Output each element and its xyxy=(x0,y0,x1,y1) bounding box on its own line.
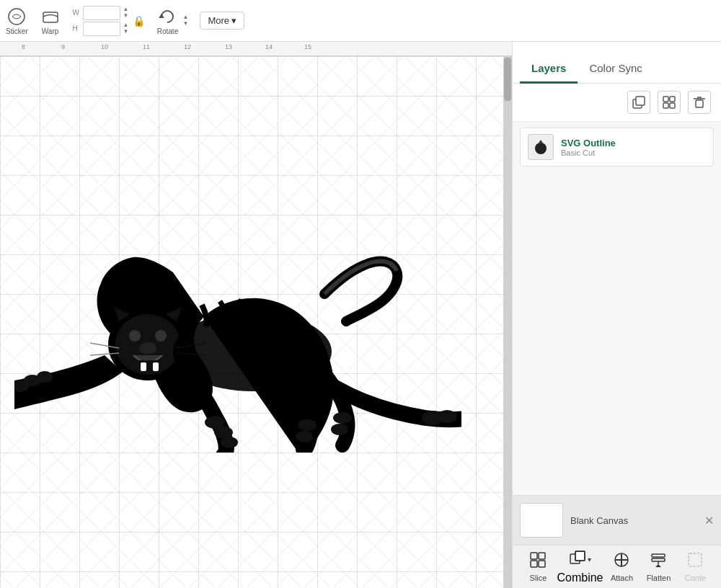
more-button[interactable]: More ▾ xyxy=(200,12,244,30)
warp-icon xyxy=(40,6,61,27)
ruler-tick-14: 14 xyxy=(265,42,273,50)
vertical-scrollbar[interactable] xyxy=(503,56,512,588)
height-down[interactable]: ▼ xyxy=(123,29,129,35)
ruler-tick-9: 9 xyxy=(61,42,65,50)
warp-tool[interactable]: Warp xyxy=(40,6,61,35)
duplicate-layer-button[interactable] xyxy=(627,91,650,114)
svg-marker-2 xyxy=(159,14,164,18)
delete-layer-button[interactable] xyxy=(688,91,711,114)
slice-icon xyxy=(529,551,547,572)
right-panel: Layers Color Sync xyxy=(512,42,721,588)
sticker-label: Sticker xyxy=(6,27,28,35)
flatten-action[interactable]: Flatten xyxy=(640,551,676,582)
ruler-tick-11: 11 xyxy=(143,42,150,50)
layer-sub: Basic Cut xyxy=(561,148,706,157)
more-arrow-icon: ▾ xyxy=(231,15,236,26)
tab-layers[interactable]: Layers xyxy=(520,55,578,84)
svg-rect-8 xyxy=(141,362,146,371)
svg-rect-36 xyxy=(531,553,537,559)
svg-rect-29 xyxy=(663,97,668,102)
sticker-icon xyxy=(6,6,27,27)
blank-canvas-label: Blank Canvas xyxy=(570,515,628,526)
rotate-up[interactable]: ▲ xyxy=(182,14,188,20)
ruler-tick-10: 10 xyxy=(101,42,108,50)
contour-icon xyxy=(686,551,704,572)
svg-point-26 xyxy=(437,410,457,423)
size-inputs: W ▲ ▼ H ▲ ▼ xyxy=(73,6,129,36)
blank-canvas-section: Blank Canvas ✕ xyxy=(513,495,721,545)
canvas-content xyxy=(0,56,503,588)
svg-point-0 xyxy=(9,9,25,24)
tab-color-sync[interactable]: Color Sync xyxy=(578,55,653,84)
attach-action[interactable]: Attach xyxy=(603,551,640,582)
ruler-tick-8: 8 xyxy=(22,42,25,50)
layer-actions xyxy=(513,84,721,122)
layer-thumbnail xyxy=(528,134,554,160)
svg-rect-28 xyxy=(636,97,645,105)
svg-rect-31 xyxy=(663,103,668,108)
svg-rect-38 xyxy=(531,561,537,567)
panel-tabs: Layers Color Sync xyxy=(513,42,721,84)
layer-info: SVG Outline Basic Cut xyxy=(561,138,706,157)
contour-action[interactable]: Conte xyxy=(677,551,713,582)
svg-point-17 xyxy=(37,371,53,383)
combine-action[interactable]: ▾ Combine xyxy=(557,550,603,584)
ruler-tick-13: 13 xyxy=(225,42,232,50)
rotate-tool[interactable]: Rotate xyxy=(156,6,178,35)
svg-rect-41 xyxy=(575,551,585,561)
svg-rect-1 xyxy=(43,12,58,22)
svg-point-22 xyxy=(296,431,313,442)
group-layer-button[interactable] xyxy=(658,91,681,114)
sticker-tool[interactable]: Sticker xyxy=(6,6,28,35)
svg-rect-37 xyxy=(539,553,545,559)
blank-canvas-thumbnail xyxy=(520,503,563,538)
svg-point-7 xyxy=(139,342,156,354)
layer-name: SVG Outline xyxy=(561,138,706,148)
bottom-action-bar: Slice ▾ Combine Attach xyxy=(513,545,721,588)
combine-chevron-icon: ▾ xyxy=(588,556,591,564)
flatten-icon xyxy=(650,551,667,572)
more-label: More xyxy=(208,15,229,26)
canvas-area: 8 9 10 11 12 13 14 15 xyxy=(0,42,512,588)
scrollbar-thumb[interactable] xyxy=(504,58,511,101)
height-up[interactable]: ▲ xyxy=(123,22,129,28)
lock-icon[interactable]: 🔒 xyxy=(133,15,145,27)
ruler-tick-12: 12 xyxy=(184,42,191,50)
ruler-tick-15: 15 xyxy=(304,42,311,50)
attach-icon xyxy=(613,551,630,572)
rotate-label: Rotate xyxy=(157,27,178,35)
svg-rect-32 xyxy=(670,103,675,108)
layer-item[interactable]: SVG Outline Basic Cut xyxy=(520,128,714,166)
svg-point-35 xyxy=(535,143,547,154)
svg-rect-30 xyxy=(670,97,675,102)
slice-action[interactable]: Slice xyxy=(520,551,556,582)
tiger-image[interactable] xyxy=(14,143,461,453)
layer-list: SVG Outline Basic Cut xyxy=(513,122,721,495)
top-toolbar: Sticker Warp W ▲ ▼ H ▲ ▼ xyxy=(0,0,721,42)
horizontal-ruler: 8 9 10 11 12 13 14 15 xyxy=(0,42,512,56)
svg-point-5 xyxy=(129,330,141,342)
svg-rect-47 xyxy=(689,553,702,566)
svg-rect-44 xyxy=(652,554,665,557)
svg-rect-33 xyxy=(696,100,703,107)
rotate-icon xyxy=(156,6,178,27)
grid-background xyxy=(0,56,503,588)
svg-point-6 xyxy=(155,330,167,342)
warp-label: Warp xyxy=(42,27,59,35)
slice-label: Slice xyxy=(530,574,547,582)
attach-label: Attach xyxy=(611,574,633,582)
width-down[interactable]: ▼ xyxy=(123,13,129,19)
main-area: 8 9 10 11 12 13 14 15 xyxy=(0,42,721,588)
svg-rect-39 xyxy=(539,561,545,567)
width-input[interactable] xyxy=(83,6,120,20)
rotate-down[interactable]: ▼ xyxy=(182,21,188,27)
svg-point-24 xyxy=(331,424,348,435)
svg-rect-45 xyxy=(652,558,665,561)
height-input[interactable] xyxy=(83,22,120,36)
svg-point-23 xyxy=(333,412,352,424)
svg-point-19 xyxy=(214,427,233,438)
blank-canvas-close-button[interactable]: ✕ xyxy=(704,514,714,527)
contour-label: Conte xyxy=(685,574,706,582)
svg-rect-9 xyxy=(153,362,159,371)
width-up[interactable]: ▲ xyxy=(123,6,129,12)
